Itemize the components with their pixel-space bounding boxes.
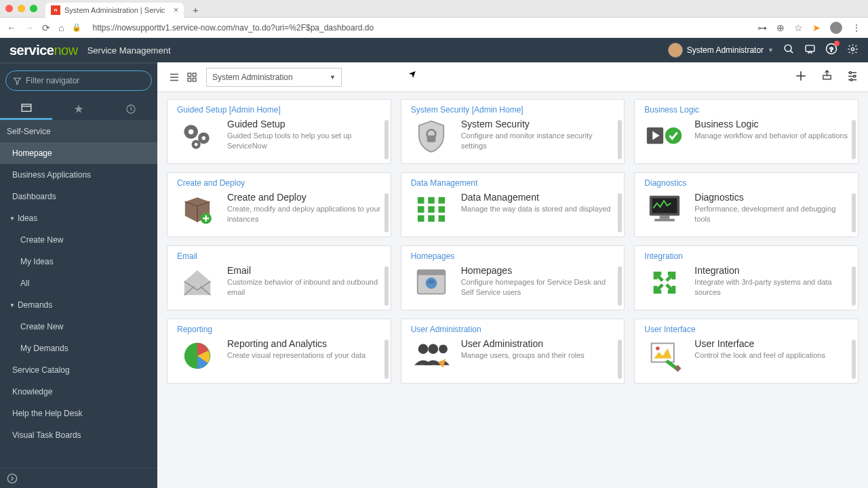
nav-item[interactable]: My Demands (0, 338, 157, 359)
logo[interactable]: servicenow (9, 43, 78, 58)
nav-item[interactable]: Homepage (0, 142, 157, 164)
card-scrollbar[interactable] (384, 340, 389, 379)
card-scrollbar[interactable] (852, 193, 856, 232)
dashboard-card[interactable]: Integration Integration Integrate with 3… (634, 245, 859, 310)
nav-tab-all[interactable] (0, 98, 52, 120)
filter-icon (13, 77, 22, 85)
card-link[interactable]: Business Logic (644, 105, 848, 115)
user-menu[interactable]: System Administrator ▼ (668, 43, 774, 58)
nav-item[interactable]: My Ideas (0, 251, 157, 272)
card-heading: Homepages (461, 265, 615, 276)
menu-icon[interactable]: ⋮ (852, 22, 861, 33)
card-link[interactable]: System Security [Admin Home] (411, 105, 615, 115)
card-link[interactable]: Create and Deploy (177, 178, 381, 188)
star-icon[interactable]: ☆ (794, 22, 803, 33)
pie-icon (177, 338, 218, 373)
svg-point-60 (656, 346, 660, 350)
card-scrollbar[interactable] (852, 266, 856, 306)
card-scrollbar[interactable] (618, 340, 622, 379)
card-link[interactable]: Homepages (411, 251, 615, 261)
forward-button[interactable]: → (24, 22, 34, 33)
dashboard-card[interactable]: Homepages Homepages Configure homepages … (401, 245, 625, 310)
key-icon[interactable]: ⊶ (757, 22, 767, 33)
nav-item[interactable]: Visual Task Boards (0, 424, 157, 446)
nav-item[interactable]: Business Applications (0, 164, 157, 186)
sidebar: Self-ServiceHomepageBusiness Application… (0, 62, 157, 488)
nav-list[interactable]: Self-ServiceHomepageBusiness Application… (0, 121, 157, 468)
send-icon[interactable]: ➤ (812, 22, 821, 33)
dashboard-card[interactable]: Data Management Data Management Manage t… (401, 172, 625, 237)
card-scrollbar[interactable] (384, 266, 389, 306)
card-link[interactable]: Reporting (177, 325, 381, 334)
svg-point-31 (195, 143, 198, 146)
zoom-icon[interactable]: ⊕ (776, 22, 785, 33)
category-select[interactable]: System Administration ▼ (206, 68, 342, 87)
dashboard-card[interactable]: Guided Setup [Admin Home] Guided Setup G… (167, 99, 391, 164)
nav-item[interactable]: Help the Help Desk (0, 403, 157, 424)
filter-input[interactable] (26, 76, 144, 85)
dashboard-card[interactable]: Email Email Customize behavior of inboun… (167, 245, 391, 310)
nav-item[interactable]: Demands (0, 294, 157, 316)
svg-rect-14 (193, 73, 196, 77)
card-description: Integrate with 3rd-party systems and dat… (694, 277, 848, 298)
nav-item[interactable]: Dashboards (0, 186, 157, 207)
card-heading: Reporting and Analytics (227, 338, 366, 349)
card-scrollbar[interactable] (384, 193, 389, 232)
settings-button[interactable] (846, 69, 859, 85)
back-button[interactable]: ← (7, 22, 16, 33)
card-scrollbar[interactable] (618, 193, 622, 232)
collapse-sidebar-button[interactable] (0, 468, 157, 488)
list-view-button[interactable] (167, 70, 182, 85)
profile-icon[interactable] (830, 22, 842, 34)
nav-item[interactable]: Self-Service (0, 121, 157, 142)
nav-item[interactable]: Service Catalog (0, 359, 157, 381)
card-link[interactable]: Integration (644, 251, 848, 261)
home-button[interactable]: ⌂ (58, 22, 64, 33)
card-link[interactable]: Data Management (411, 178, 615, 188)
card-scrollbar[interactable] (618, 120, 622, 159)
add-button[interactable] (794, 69, 808, 85)
svg-point-29 (202, 136, 206, 140)
grid-view-button[interactable] (184, 70, 199, 85)
card-heading: Business Logic (694, 119, 848, 129)
gear-icon[interactable] (847, 43, 859, 58)
svg-rect-44 (438, 206, 445, 213)
card-link[interactable]: Guided Setup [Admin Home] (177, 105, 381, 115)
dashboard-card[interactable]: Create and Deploy Create and Deploy Crea… (167, 172, 391, 237)
card-link[interactable]: Diagnostics (644, 178, 848, 188)
dashboard-card[interactable]: System Security [Admin Home] System Secu… (401, 99, 625, 164)
card-scrollbar[interactable] (852, 340, 856, 379)
close-tab-icon[interactable]: × (174, 5, 179, 15)
reload-button[interactable]: ⟳ (42, 22, 50, 33)
dashboard-card[interactable]: Business Logic Business Logic Manage wor… (634, 99, 859, 164)
card-scrollbar[interactable] (384, 120, 389, 159)
dashboard-card[interactable]: User Administration User Administration … (401, 319, 625, 384)
dashboard-card[interactable]: User Interface User Interface Control th… (634, 319, 859, 384)
chat-icon[interactable] (804, 43, 816, 58)
window-controls[interactable] (5, 5, 37, 12)
card-link[interactable]: Email (177, 251, 381, 261)
new-tab-button[interactable]: + (188, 3, 203, 18)
card-scrollbar[interactable] (618, 266, 622, 306)
help-icon[interactable]: ? (825, 43, 837, 58)
app-header: servicenow Service Management System Adm… (0, 38, 868, 62)
url-field[interactable]: https://nowsupporttv1.service-now.com/na… (92, 23, 749, 33)
nav-item[interactable]: All (0, 272, 157, 294)
share-button[interactable] (821, 69, 833, 85)
favicon-icon: n (51, 5, 60, 15)
dashboard-card[interactable]: Reporting Reporting and Analytics Create… (167, 319, 391, 384)
card-link[interactable]: User Interface (644, 325, 848, 334)
svg-rect-42 (418, 206, 425, 213)
browser-tab[interactable]: n System Administration | Servic × (45, 3, 184, 18)
nav-tab-favorites[interactable] (52, 98, 104, 120)
nav-item[interactable]: Knowledge (0, 381, 157, 403)
filter-navigator[interactable] (5, 70, 152, 91)
card-scrollbar[interactable] (852, 120, 856, 159)
search-icon[interactable] (783, 43, 795, 58)
dashboard-card[interactable]: Diagnostics Diagnostics Performance, dev… (634, 172, 859, 237)
nav-item[interactable]: Create New (0, 229, 157, 251)
nav-item[interactable]: Ideas (0, 207, 157, 229)
nav-tab-history[interactable] (105, 98, 157, 120)
card-link[interactable]: User Administration (411, 325, 615, 334)
nav-item[interactable]: Create New (0, 316, 157, 338)
